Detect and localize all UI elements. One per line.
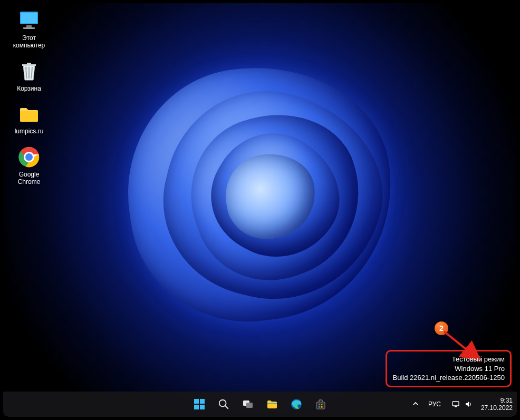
svg-rect-17 bbox=[316, 402, 325, 409]
svg-rect-15 bbox=[267, 403, 277, 404]
svg-rect-10 bbox=[200, 405, 205, 409]
chrome-icon bbox=[17, 145, 41, 169]
monitor-icon bbox=[17, 8, 41, 33]
tray-status-icons[interactable] bbox=[448, 398, 476, 411]
desktop-icon-label: lumpics.ru bbox=[8, 128, 50, 135]
microsoft-store-button[interactable] bbox=[310, 394, 331, 415]
clock[interactable]: 9:31 27.10.2022 bbox=[481, 397, 513, 412]
windows-logo-icon bbox=[193, 398, 206, 411]
annotation-badge-number: 2 bbox=[439, 324, 444, 333]
edge-button[interactable] bbox=[286, 394, 307, 415]
svg-rect-9 bbox=[194, 405, 199, 409]
folder-icon bbox=[266, 398, 278, 411]
desktop-screen: Этоткомпьютер Корзина lum bbox=[3, 3, 517, 417]
desktop-icon-folder-lumpics[interactable]: lumpics.ru bbox=[8, 102, 50, 135]
svg-rect-19 bbox=[321, 404, 323, 405]
taskbar-tray: РУС 9:31 27.10.2022 bbox=[410, 392, 513, 417]
desktop-icon-label: GoogleChrome bbox=[8, 171, 50, 186]
wallpaper-bloom bbox=[112, 46, 408, 341]
watermark-line-3: Build 22621.ni_release.220506-1250 bbox=[392, 373, 505, 383]
watermark-line-2: Windows 11 Pro bbox=[392, 364, 505, 374]
network-icon bbox=[451, 400, 460, 408]
annotation-badge: 2 bbox=[435, 321, 448, 335]
volume-icon bbox=[464, 400, 473, 408]
recycle-bin-icon bbox=[17, 59, 41, 83]
svg-rect-20 bbox=[319, 406, 320, 408]
file-explorer-button[interactable] bbox=[262, 394, 283, 415]
store-icon bbox=[314, 398, 327, 411]
test-mode-watermark: Тестовый режим Windows 11 Pro Build 2262… bbox=[386, 350, 512, 387]
task-view-button[interactable] bbox=[237, 394, 258, 415]
svg-rect-14 bbox=[246, 403, 253, 408]
language-indicator[interactable]: РУС bbox=[426, 398, 443, 410]
desktop-icon-label: Этоткомпьютер bbox=[8, 35, 50, 50]
svg-rect-7 bbox=[194, 399, 199, 404]
start-button[interactable] bbox=[189, 394, 210, 415]
watermark-line-1: Тестовый режим bbox=[392, 355, 505, 364]
desktop-icon-label: Корзина bbox=[8, 85, 50, 93]
svg-rect-22 bbox=[452, 402, 459, 406]
clock-time: 9:31 bbox=[481, 397, 513, 404]
taskbar: РУС 9:31 27.10.2022 bbox=[3, 392, 517, 417]
search-button[interactable] bbox=[213, 394, 234, 415]
search-icon bbox=[218, 398, 229, 410]
chevron-up-icon bbox=[412, 401, 419, 407]
svg-rect-23 bbox=[455, 406, 457, 407]
svg-rect-8 bbox=[200, 399, 205, 404]
desktop-icons: Этоткомпьютер Корзина lum bbox=[8, 8, 50, 186]
svg-rect-21 bbox=[321, 406, 323, 408]
folder-icon bbox=[17, 102, 41, 126]
desktop-icon-chrome[interactable]: GoogleChrome bbox=[8, 145, 50, 186]
taskbar-center bbox=[189, 394, 331, 415]
tray-overflow-button[interactable] bbox=[410, 398, 421, 410]
task-view-icon bbox=[242, 398, 254, 411]
desktop-icon-recycle-bin[interactable]: Корзина bbox=[8, 59, 50, 93]
svg-rect-1 bbox=[21, 13, 37, 23]
svg-rect-18 bbox=[319, 404, 320, 405]
edge-icon bbox=[290, 398, 303, 411]
svg-line-12 bbox=[225, 406, 228, 409]
svg-rect-2 bbox=[26, 25, 32, 27]
clock-date: 27.10.2022 bbox=[481, 404, 513, 412]
desktop-icon-this-pc[interactable]: Этоткомпьютер bbox=[8, 8, 50, 50]
svg-rect-3 bbox=[23, 27, 35, 29]
